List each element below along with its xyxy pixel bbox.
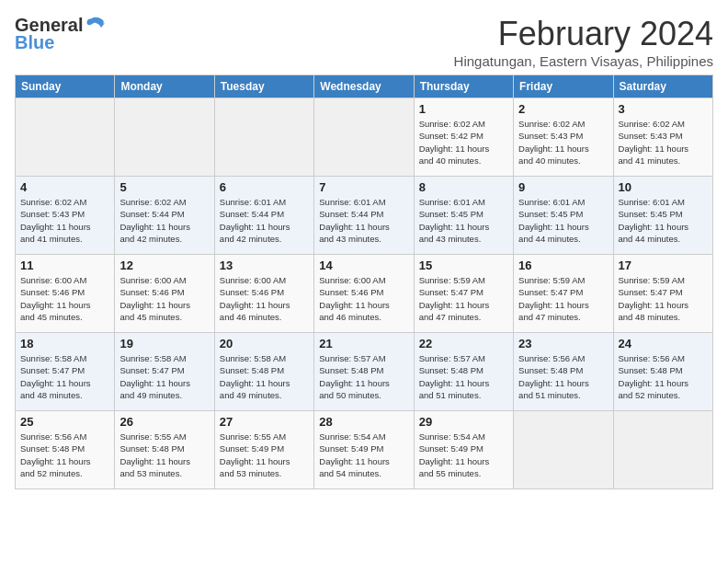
day-header-wednesday: Wednesday xyxy=(314,75,414,98)
calendar-cell: 27Sunrise: 5:55 AM Sunset: 5:49 PM Dayli… xyxy=(214,411,313,489)
page-header: General Blue February 2024 Hingatungan, … xyxy=(15,15,713,69)
calendar-table: SundayMondayTuesdayWednesdayThursdayFrid… xyxy=(15,75,713,489)
cell-day-info: Sunrise: 6:01 AM Sunset: 5:45 PM Dayligh… xyxy=(419,196,508,245)
calendar-cell: 21Sunrise: 5:57 AM Sunset: 5:48 PM Dayli… xyxy=(314,333,414,411)
cell-day-info: Sunrise: 6:02 AM Sunset: 5:42 PM Dayligh… xyxy=(419,118,508,167)
calendar-cell: 28Sunrise: 5:54 AM Sunset: 5:49 PM Dayli… xyxy=(314,411,414,489)
calendar-cell: 25Sunrise: 5:56 AM Sunset: 5:48 PM Dayli… xyxy=(16,411,115,489)
cell-day-info: Sunrise: 6:01 AM Sunset: 5:45 PM Dayligh… xyxy=(518,196,608,245)
calendar-cell xyxy=(613,411,712,489)
cell-day-info: Sunrise: 6:02 AM Sunset: 5:43 PM Dayligh… xyxy=(20,196,109,245)
cell-day-info: Sunrise: 5:58 AM Sunset: 5:48 PM Dayligh… xyxy=(220,352,309,401)
location-title: Hingatungan, Eastern Visayas, Philippine… xyxy=(454,53,713,69)
cell-day-number: 22 xyxy=(419,337,508,350)
cell-day-number: 15 xyxy=(419,259,508,272)
calendar-cell: 8Sunrise: 6:01 AM Sunset: 5:45 PM Daylig… xyxy=(414,177,513,255)
calendar-cell xyxy=(16,98,115,177)
cell-day-number: 3 xyxy=(619,102,708,116)
cell-day-info: Sunrise: 6:02 AM Sunset: 5:43 PM Dayligh… xyxy=(619,118,708,167)
calendar-cell: 4Sunrise: 6:02 AM Sunset: 5:43 PM Daylig… xyxy=(16,177,115,255)
calendar-cell xyxy=(314,98,414,177)
calendar-cell: 10Sunrise: 6:01 AM Sunset: 5:45 PM Dayli… xyxy=(613,177,712,255)
cell-day-info: Sunrise: 6:00 AM Sunset: 5:46 PM Dayligh… xyxy=(119,274,209,323)
cell-day-number: 6 xyxy=(220,180,309,194)
calendar-cell: 13Sunrise: 6:00 AM Sunset: 5:46 PM Dayli… xyxy=(214,255,313,333)
cell-day-number: 16 xyxy=(518,259,608,272)
calendar-cell: 19Sunrise: 5:58 AM Sunset: 5:47 PM Dayli… xyxy=(115,333,214,411)
cell-day-number: 29 xyxy=(419,415,508,429)
cell-day-info: Sunrise: 6:01 AM Sunset: 5:44 PM Dayligh… xyxy=(319,196,408,245)
cell-day-number: 10 xyxy=(619,180,708,194)
calendar-cell: 1Sunrise: 6:02 AM Sunset: 5:42 PM Daylig… xyxy=(414,98,513,177)
calendar-cell: 14Sunrise: 6:00 AM Sunset: 5:46 PM Dayli… xyxy=(314,255,414,333)
cell-day-number: 19 xyxy=(119,337,209,350)
cell-day-info: Sunrise: 6:02 AM Sunset: 5:44 PM Dayligh… xyxy=(119,196,209,245)
cell-day-number: 7 xyxy=(319,180,408,194)
cell-day-number: 12 xyxy=(119,259,209,272)
calendar-cell: 16Sunrise: 5:59 AM Sunset: 5:47 PM Dayli… xyxy=(514,255,613,333)
cell-day-number: 24 xyxy=(619,337,708,350)
cell-day-number: 5 xyxy=(119,180,209,194)
calendar-cell: 26Sunrise: 5:55 AM Sunset: 5:48 PM Dayli… xyxy=(115,411,214,489)
calendar-cell: 22Sunrise: 5:57 AM Sunset: 5:48 PM Dayli… xyxy=(414,333,513,411)
day-header-sunday: Sunday xyxy=(16,75,115,98)
calendar-cell xyxy=(115,98,214,177)
logo-blue-text: Blue xyxy=(15,32,54,53)
calendar-cell: 12Sunrise: 6:00 AM Sunset: 5:46 PM Dayli… xyxy=(115,255,214,333)
cell-day-info: Sunrise: 6:00 AM Sunset: 5:46 PM Dayligh… xyxy=(20,274,109,323)
cell-day-number: 21 xyxy=(319,337,408,350)
cell-day-number: 2 xyxy=(518,102,608,116)
calendar-cell: 29Sunrise: 5:54 AM Sunset: 5:49 PM Dayli… xyxy=(414,411,513,489)
day-header-friday: Friday xyxy=(514,75,613,98)
cell-day-number: 13 xyxy=(220,259,309,272)
cell-day-number: 23 xyxy=(518,337,608,350)
day-header-tuesday: Tuesday xyxy=(214,75,313,98)
logo: General Blue xyxy=(15,15,105,53)
calendar-cell: 3Sunrise: 6:02 AM Sunset: 5:43 PM Daylig… xyxy=(613,98,712,177)
cell-day-info: Sunrise: 5:54 AM Sunset: 5:49 PM Dayligh… xyxy=(419,431,508,479)
day-header-saturday: Saturday xyxy=(613,75,712,98)
calendar-cell: 11Sunrise: 6:00 AM Sunset: 5:46 PM Dayli… xyxy=(16,255,115,333)
cell-day-info: Sunrise: 6:00 AM Sunset: 5:46 PM Dayligh… xyxy=(319,274,408,323)
cell-day-info: Sunrise: 5:55 AM Sunset: 5:48 PM Dayligh… xyxy=(119,431,209,479)
calendar-week-row: 1Sunrise: 6:02 AM Sunset: 5:42 PM Daylig… xyxy=(16,98,713,177)
day-header-thursday: Thursday xyxy=(414,75,513,98)
cell-day-info: Sunrise: 5:59 AM Sunset: 5:47 PM Dayligh… xyxy=(419,274,508,323)
cell-day-info: Sunrise: 5:56 AM Sunset: 5:48 PM Dayligh… xyxy=(518,352,608,401)
calendar-cell: 5Sunrise: 6:02 AM Sunset: 5:44 PM Daylig… xyxy=(115,177,214,255)
cell-day-info: Sunrise: 5:57 AM Sunset: 5:48 PM Dayligh… xyxy=(419,352,508,401)
cell-day-info: Sunrise: 5:55 AM Sunset: 5:49 PM Dayligh… xyxy=(220,431,309,479)
cell-day-number: 1 xyxy=(419,102,508,116)
cell-day-number: 4 xyxy=(20,180,109,194)
cell-day-number: 11 xyxy=(20,259,109,272)
cell-day-info: Sunrise: 6:00 AM Sunset: 5:46 PM Dayligh… xyxy=(220,274,309,323)
calendar-cell: 18Sunrise: 5:58 AM Sunset: 5:47 PM Dayli… xyxy=(16,333,115,411)
cell-day-info: Sunrise: 6:01 AM Sunset: 5:45 PM Dayligh… xyxy=(619,196,708,245)
cell-day-info: Sunrise: 6:02 AM Sunset: 5:43 PM Dayligh… xyxy=(518,118,608,167)
calendar-week-row: 4Sunrise: 6:02 AM Sunset: 5:43 PM Daylig… xyxy=(16,177,713,255)
logo-bird-icon xyxy=(85,17,105,33)
cell-day-number: 8 xyxy=(419,180,508,194)
calendar-cell: 17Sunrise: 5:59 AM Sunset: 5:47 PM Dayli… xyxy=(613,255,712,333)
cell-day-number: 9 xyxy=(518,180,608,194)
cell-day-info: Sunrise: 5:59 AM Sunset: 5:47 PM Dayligh… xyxy=(518,274,608,323)
cell-day-info: Sunrise: 5:56 AM Sunset: 5:48 PM Dayligh… xyxy=(619,352,708,401)
cell-day-info: Sunrise: 6:01 AM Sunset: 5:44 PM Dayligh… xyxy=(220,196,309,245)
calendar-header-row: SundayMondayTuesdayWednesdayThursdayFrid… xyxy=(16,75,713,98)
calendar-week-row: 25Sunrise: 5:56 AM Sunset: 5:48 PM Dayli… xyxy=(16,411,713,489)
calendar-cell: 20Sunrise: 5:58 AM Sunset: 5:48 PM Dayli… xyxy=(214,333,313,411)
calendar-cell xyxy=(214,98,313,177)
cell-day-info: Sunrise: 5:59 AM Sunset: 5:47 PM Dayligh… xyxy=(619,274,708,323)
calendar-cell xyxy=(514,411,613,489)
calendar-week-row: 18Sunrise: 5:58 AM Sunset: 5:47 PM Dayli… xyxy=(16,333,713,411)
cell-day-info: Sunrise: 5:54 AM Sunset: 5:49 PM Dayligh… xyxy=(319,431,408,479)
calendar-cell: 23Sunrise: 5:56 AM Sunset: 5:48 PM Dayli… xyxy=(514,333,613,411)
title-area: February 2024 Hingatungan, Eastern Visay… xyxy=(454,15,713,69)
calendar-cell: 7Sunrise: 6:01 AM Sunset: 5:44 PM Daylig… xyxy=(314,177,414,255)
day-header-monday: Monday xyxy=(115,75,214,98)
cell-day-number: 14 xyxy=(319,259,408,272)
cell-day-info: Sunrise: 5:58 AM Sunset: 5:47 PM Dayligh… xyxy=(20,352,109,401)
cell-day-number: 18 xyxy=(20,337,109,350)
calendar-week-row: 11Sunrise: 6:00 AM Sunset: 5:46 PM Dayli… xyxy=(16,255,713,333)
cell-day-number: 26 xyxy=(119,415,209,429)
